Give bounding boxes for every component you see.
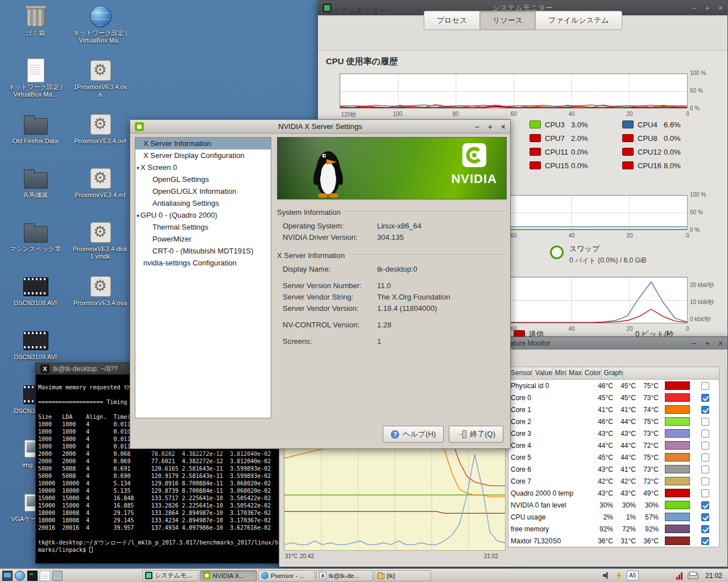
expander-icon[interactable]: ▾ <box>136 162 139 173</box>
sensor-color-swatch[interactable] <box>665 477 690 485</box>
sensor-color-cell[interactable] <box>662 429 693 438</box>
sensor-row[interactable]: Core 5 45°C 44°C 75°C <box>508 451 719 463</box>
network-meter-icon[interactable] <box>676 572 683 580</box>
sensor-color-cell[interactable] <box>662 381 693 390</box>
sensor-color-swatch[interactable] <box>665 441 690 450</box>
sensor-color-cell[interactable] <box>662 465 693 473</box>
graph-checkbox[interactable] <box>701 430 709 438</box>
minimize-button[interactable]: − <box>692 4 696 12</box>
launcher-icon[interactable] <box>27 571 38 581</box>
maximize-button[interactable]: + <box>705 339 710 347</box>
tree-item[interactable]: Antialiasing Settings <box>135 197 271 209</box>
desktop-icon[interactable]: ネットワーク設定 | VirtualBox Ma.. <box>72 3 129 57</box>
graph-checkbox[interactable] <box>701 489 709 497</box>
sensor-color-swatch[interactable] <box>665 381 690 390</box>
launcher-icon[interactable] <box>15 571 25 581</box>
nvidia-titlebar[interactable]: NVIDIA X Server Settings − + × <box>130 120 510 134</box>
column-header[interactable]: Graph <box>602 367 623 379</box>
window-list-button[interactable]: tk@tk-de... <box>316 570 373 581</box>
sensor-color-cell[interactable] <box>662 489 693 497</box>
sensor-row[interactable]: Core 3 43°C 43°C 73°C <box>508 427 719 439</box>
tree-item[interactable]: X Server Information <box>135 138 271 149</box>
sensor-color-swatch[interactable] <box>665 489 690 497</box>
window-list-button[interactable]: NVIDIA X... <box>200 570 257 581</box>
graph-checkbox[interactable] <box>701 513 709 521</box>
sensor-color-swatch[interactable] <box>665 465 690 473</box>
sensor-row[interactable]: Maxtor 7L320S0 36°C 31°C 36°C <box>508 535 719 547</box>
sensor-color-swatch[interactable] <box>665 525 690 533</box>
sensor-row[interactable]: Core 4 44°C 44°C 72°C <box>508 439 719 451</box>
desktop-icon[interactable]: ProxmoxVE3.4.ova <box>72 273 129 327</box>
graph-checkbox[interactable] <box>701 394 709 402</box>
expander-icon[interactable]: ▾ <box>136 210 139 221</box>
graph-checkbox[interactable] <box>701 382 709 390</box>
desktop-icon[interactable]: Old Firefox Data <box>7 111 64 165</box>
launcher-icon[interactable] <box>40 571 50 581</box>
sensor-row[interactable]: Core 6 43°C 41°C 73°C <box>508 463 719 475</box>
sensor-color-swatch[interactable] <box>665 513 690 521</box>
graph-checkbox[interactable] <box>701 442 709 450</box>
desktop-icon[interactable]: ProxmoxVE3.4.ovf <box>72 111 129 165</box>
close-button[interactable]: × <box>501 123 506 131</box>
graph-checkbox[interactable] <box>701 525 709 533</box>
sensor-row[interactable]: free memory 92% 72% 92% <box>508 523 719 535</box>
sensor-row[interactable]: Physical id 0 46°C 45°C 75°C <box>508 380 719 392</box>
tab-button[interactable]: ファイルシステム <box>535 11 622 30</box>
column-header[interactable]: Value <box>533 367 553 379</box>
column-header[interactable]: Min <box>553 367 566 379</box>
help-button[interactable]: ? ヘルプ(H) <box>383 426 444 443</box>
column-header[interactable]: Max <box>566 367 582 379</box>
sensor-color-swatch[interactable] <box>665 453 690 462</box>
graph-checkbox[interactable] <box>701 418 709 426</box>
sensor-color-cell[interactable] <box>662 453 693 462</box>
sensor-row[interactable]: Quadro 2000 0 temp 43°C 43°C 49°C <box>508 487 719 499</box>
desktop-icon[interactable]: ゴミ箱 <box>7 3 64 57</box>
sensor-color-cell[interactable] <box>662 477 693 485</box>
graph-checkbox[interactable] <box>701 501 709 509</box>
tree-item[interactable]: ▾X Screen 0 <box>135 161 271 173</box>
tree-item[interactable]: nvidia-settings Configuration <box>135 257 271 269</box>
window-list-button[interactable]: Psensor - ... <box>258 570 315 581</box>
graph-checkbox[interactable] <box>701 477 709 485</box>
desktop-icon[interactable]: 1ProxmoxVE3.4.ova <box>72 57 129 111</box>
tree-item[interactable]: OpenGL/GLX Information <box>135 185 271 197</box>
sensor-color-swatch[interactable] <box>665 393 690 402</box>
sensor-color-cell[interactable] <box>662 417 693 426</box>
sensor-color-swatch[interactable] <box>665 417 690 426</box>
sensor-row[interactable]: Core 2 46°C 44°C 75°C <box>508 415 719 427</box>
tree-item[interactable]: OpenGL Settings <box>135 173 271 185</box>
graph-checkbox[interactable] <box>701 454 709 462</box>
tree-item[interactable]: CRT-0 - (Mitsubishi MDT191S) <box>135 245 271 257</box>
graph-checkbox[interactable] <box>701 465 709 473</box>
sensor-color-cell[interactable] <box>662 393 693 402</box>
sensor-color-cell[interactable] <box>662 513 693 521</box>
sensor-row[interactable]: CPU usage 2% 1% 57% <box>508 511 719 523</box>
tree-item[interactable]: Thermal Settings <box>135 221 271 233</box>
sensor-color-cell[interactable] <box>662 525 693 533</box>
close-button[interactable]: × <box>718 4 723 12</box>
graph-checkbox[interactable] <box>701 537 709 545</box>
sensor-color-cell[interactable] <box>662 441 693 450</box>
sensor-table-header[interactable]: SensorValueMinMaxColorGraph <box>508 367 719 380</box>
input-method-badge[interactable]: A5 <box>627 571 639 580</box>
close-button[interactable]: × <box>718 339 723 347</box>
tree-item[interactable]: X Server Display Configuration <box>135 149 271 161</box>
sensor-row[interactable]: Core 1 41°C 41°C 74°C <box>508 404 719 415</box>
sensor-color-swatch[interactable] <box>665 537 690 545</box>
tab-button[interactable]: プロセス <box>424 11 480 30</box>
graph-checkbox[interactable] <box>701 406 709 414</box>
window-list-button[interactable]: システムモ... <box>142 570 199 581</box>
printer-icon[interactable] <box>688 572 697 579</box>
maximize-button[interactable]: + <box>488 123 493 131</box>
desktop-icon[interactable]: ProxmoxVE3.4-disk1.vmdk <box>72 219 129 273</box>
sensor-row[interactable]: NVIDIA 0 fan level 30% 30% 30% <box>508 499 719 511</box>
maximize-button[interactable]: + <box>705 4 710 12</box>
volume-icon[interactable] <box>603 572 611 580</box>
power-icon[interactable] <box>615 571 622 580</box>
launcher-icon[interactable] <box>52 571 63 581</box>
sensor-color-cell[interactable] <box>662 501 693 509</box>
column-header[interactable]: Sensor <box>508 367 533 379</box>
tree-item[interactable]: PowerMizer <box>135 233 271 245</box>
minimize-button[interactable]: − <box>474 123 479 131</box>
sensor-color-swatch[interactable] <box>665 501 690 509</box>
